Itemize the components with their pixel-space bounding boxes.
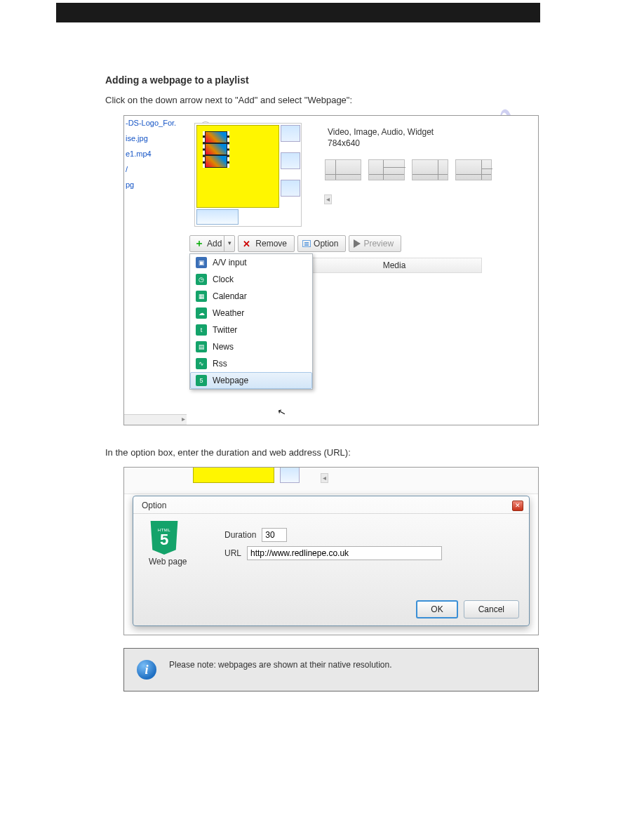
template-scroll-left[interactable]: ◂ [324, 194, 332, 204]
clock-icon: ◷ [196, 274, 207, 285]
play-icon [354, 239, 361, 248]
duration-input[interactable] [262, 528, 287, 542]
cancel-button[interactable]: Cancel [464, 600, 519, 618]
dialog-close-button[interactable]: ✕ [512, 501, 523, 511]
template-option[interactable] [325, 159, 361, 180]
html5-badge: HTML 5 Web page [149, 521, 187, 567]
template-option[interactable] [412, 159, 448, 180]
filmstrip-icon [203, 131, 229, 168]
option-button-label: Option [314, 239, 338, 249]
layout-side-thumb[interactable] [281, 152, 300, 169]
template-option[interactable] [368, 159, 405, 180]
layout-bottom-zone[interactable] [196, 209, 239, 225]
section-heading: Adding a webpage to a playlist [105, 74, 644, 86]
menu-item-calendar[interactable]: ▦Calendar [190, 288, 312, 305]
layout-main-zone [193, 468, 274, 483]
figure-add-menu: -DS-Logo_For. ise.jpg e1.mp4 / pg ▸ ˄ [123, 115, 539, 425]
file-item[interactable]: pg [124, 179, 187, 190]
menu-item-label: Webpage [213, 376, 248, 385]
menu-item-label: A/V input [213, 258, 247, 267]
zone-dimensions: 784x640 [328, 138, 434, 148]
zone-info: Video, Image, Audio, Widget 784x640 [328, 127, 434, 150]
note-box: i Please note: webpages are shown at the… [123, 648, 539, 691]
background-strip: ◂ [124, 468, 538, 494]
media-column-header: Media [307, 258, 482, 273]
zone-types-label: Video, Image, Audio, Widget [328, 127, 434, 137]
template-thumbnails [325, 159, 492, 180]
html5-shield-icon: HTML 5 [149, 521, 180, 555]
menu-item-label: Calendar [213, 291, 247, 301]
template-scroll-left[interactable]: ◂ [321, 473, 328, 483]
url-label: URL [224, 548, 241, 558]
twitter-icon: t [196, 324, 207, 336]
template-option[interactable] [455, 159, 492, 180]
news-icon: ▤ [196, 341, 207, 352]
header-band [0, 0, 644, 25]
option-icon [302, 240, 311, 247]
menu-item-twitter[interactable]: tTwitter [190, 322, 312, 338]
file-item[interactable]: ise.jpg [124, 133, 187, 144]
dialog-title: Option [133, 496, 529, 514]
html5-icon: 5 [196, 375, 207, 386]
intro-paragraph: Click on the down arrow next to "Add" an… [105, 94, 539, 107]
menu-item-weather[interactable]: ☁Weather [190, 305, 312, 322]
badge-label: Web page [149, 557, 187, 567]
menu-item-label: News [213, 342, 234, 352]
step-2-paragraph: In the option box, enter the duration an… [105, 446, 539, 459]
add-dropdown-menu: ▣A/V input ◷Clock ▦Calendar ☁Weather tTw… [189, 253, 313, 390]
menu-item-label: Clock [213, 274, 234, 284]
menu-item-label: Rss [213, 359, 227, 369]
ok-button[interactable]: OK [416, 600, 457, 618]
layout-main-zone[interactable] [196, 125, 279, 208]
duration-label: Duration [224, 530, 256, 540]
menu-item-label: Weather [213, 308, 244, 318]
add-button[interactable]: ＋Add [189, 235, 235, 252]
rss-icon: ∿ [196, 358, 207, 369]
url-input[interactable] [247, 546, 442, 560]
note-text: Please note: webpages are shown at their… [169, 660, 392, 670]
menu-item-clock[interactable]: ◷Clock [190, 271, 312, 288]
header-black-bar [56, 3, 540, 22]
file-list: -DS-Logo_For. ise.jpg e1.mp4 / pg [124, 117, 187, 194]
preview-button[interactable]: Preview [349, 235, 401, 252]
add-button-label: Add [207, 239, 222, 249]
remove-button-label: Remove [255, 239, 287, 249]
toolbar: ＋Add ✕Remove Option Preview [189, 235, 401, 252]
menu-item-rss[interactable]: ∿Rss [190, 355, 312, 372]
option-dialog: Option ✕ HTML 5 Web page Duration [133, 496, 530, 626]
file-item[interactable]: e1.mp4 [124, 148, 187, 159]
menu-item-news[interactable]: ▤News [190, 338, 312, 355]
calendar-icon: ▦ [196, 291, 207, 302]
layout-side-thumb[interactable] [281, 125, 300, 142]
menu-item-av-input[interactable]: ▣A/V input [190, 254, 312, 271]
remove-button[interactable]: ✕Remove [238, 235, 295, 252]
layout-side-thumb [280, 468, 300, 483]
badge-number: 5 [160, 532, 168, 548]
file-item[interactable]: -DS-Logo_For. [124, 117, 187, 128]
mouse-cursor-icon: ↖ [276, 405, 288, 418]
option-button[interactable]: Option [297, 235, 346, 252]
menu-item-label: Twitter [213, 325, 237, 335]
menu-item-webpage[interactable]: 5Webpage [190, 372, 312, 389]
figure-option-dialog: ◂ Option ✕ HTML 5 Web page Duration [123, 467, 539, 635]
weather-icon: ☁ [196, 307, 207, 319]
file-item[interactable]: / [124, 164, 187, 175]
info-icon: i [137, 660, 156, 680]
file-list-scrollbar[interactable]: ▸ [124, 414, 187, 425]
layout-side-thumb[interactable] [281, 180, 300, 197]
preview-button-label: Preview [363, 239, 394, 249]
camera-icon: ▣ [196, 257, 207, 268]
layout-preview-panel [194, 123, 302, 227]
